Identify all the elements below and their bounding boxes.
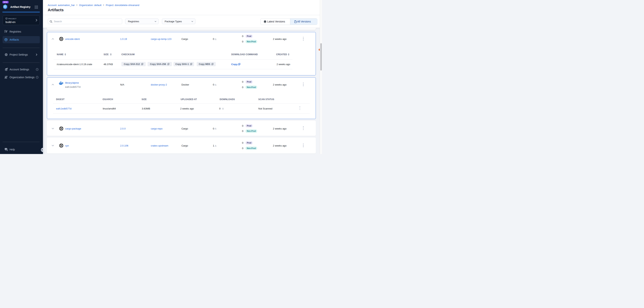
- svg-text:R: R: [60, 127, 62, 130]
- svg-text:R: R: [60, 37, 62, 40]
- svg-text:?: ?: [6, 148, 6, 150]
- svg-text:R: R: [60, 144, 62, 147]
